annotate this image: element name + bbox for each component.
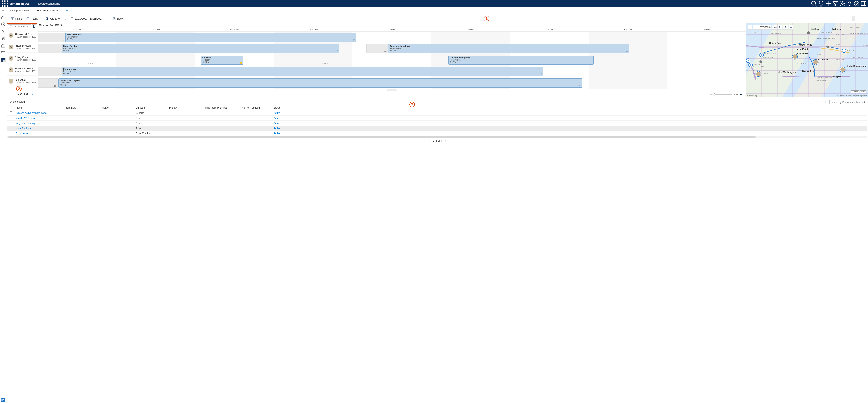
column-header[interactable]: Time To Promised xyxy=(239,106,272,109)
map-zoom-out-button[interactable] xyxy=(783,25,788,30)
select-all-checkbox[interactable] xyxy=(10,106,12,109)
map-prev-button[interactable] xyxy=(748,25,752,30)
rail-schedule-board-icon[interactable] xyxy=(1,58,5,62)
book-button[interactable]: Book xyxy=(111,16,125,21)
requirement-name-link[interactable]: Install HVAC sytem xyxy=(16,117,36,120)
layout-dropdown[interactable]: Gantt xyxy=(44,16,62,21)
map-avatar[interactable] xyxy=(840,67,845,72)
help-icon[interactable] xyxy=(846,0,852,7)
requirements-horizontal-scrollbar[interactable] xyxy=(7,136,867,138)
status-link[interactable]: Active xyxy=(274,122,280,125)
pager-next-button[interactable] xyxy=(444,140,446,142)
resource-item[interactable]: ACAshley Chinn(7h 28m booked)17% xyxy=(7,53,37,64)
more-button[interactable] xyxy=(126,16,128,21)
column-header[interactable]: From Date xyxy=(63,106,99,109)
resource-sort-button[interactable] xyxy=(32,25,36,29)
booking-card[interactable]: Move furnitureRequirement4h 22m xyxy=(65,33,356,42)
gantt-row[interactable]: ExpressRequirem3h 01m✊Replace refrigerat… xyxy=(38,54,746,66)
date-next-button[interactable] xyxy=(105,16,110,21)
requirement-name-link[interactable]: Express delivery spare parts xyxy=(16,112,46,114)
requirement-row[interactable]: Install HVAC sytem7 hrsActive xyxy=(7,116,867,121)
row-checkbox[interactable] xyxy=(10,132,12,134)
requirement-name-link[interactable]: Move furniture xyxy=(16,127,31,130)
pager-prev-button[interactable] xyxy=(11,93,14,96)
resource-search-input[interactable] xyxy=(8,25,31,29)
booking-card[interactable]: Move furnitureRequirement4h 15m xyxy=(62,44,339,53)
rail-home-icon[interactable] xyxy=(1,15,5,20)
toolbar-bell-icon[interactable] xyxy=(849,16,851,21)
gantt-row[interactable]: 16mInstall HVAC sytemRequirement7h 16m xyxy=(38,77,746,89)
status-link[interactable]: Active xyxy=(274,127,280,130)
panel-icon[interactable] xyxy=(861,0,867,7)
row-checkbox[interactable] xyxy=(10,112,12,114)
booking-card[interactable]: Replace refrigeratorRequirement4h 27m xyxy=(448,56,593,65)
search-icon[interactable] xyxy=(811,0,817,7)
gantt-row[interactable]: 19mMove furnitureRequirement4h 15m15mReg… xyxy=(38,43,746,54)
date-prev-button[interactable] xyxy=(63,16,68,21)
row-checkbox[interactable] xyxy=(10,122,12,124)
row-checkbox[interactable] xyxy=(10,117,12,119)
column-header[interactable]: To Date xyxy=(99,106,134,109)
rail-person-icon[interactable] xyxy=(1,29,5,34)
add-icon[interactable] xyxy=(825,0,831,7)
column-header[interactable]: Name xyxy=(14,106,63,109)
app-badge[interactable]: RS xyxy=(1,398,5,402)
gantt-horizontal-scrollbar[interactable] xyxy=(387,89,397,91)
map-zoom-in-button[interactable] xyxy=(778,25,782,30)
requirement-row[interactable]: Fix antenna6 hrs 30 minsActive xyxy=(7,131,867,136)
rail-people-icon[interactable] xyxy=(1,36,5,41)
view-tab[interactable]: Initial public view⋮ xyxy=(8,7,33,14)
status-link[interactable]: Active xyxy=(274,132,280,135)
requirement-name-link[interactable]: Regrease bearings xyxy=(16,122,36,125)
drag-handle-icon[interactable]: ⋮ xyxy=(59,9,61,12)
rail-toolbox-icon[interactable] xyxy=(1,43,5,48)
resource-item[interactable]: BKBob Kozak(7h 16m booked)16% xyxy=(7,75,37,87)
toolbar-expand-icon[interactable] xyxy=(859,16,862,21)
booking-card[interactable]: Regrease bearingsRequirement3h 15m xyxy=(388,44,629,53)
requirement-name-link[interactable]: Fix antenna xyxy=(16,132,28,135)
map-pin-3b[interactable]: 3 xyxy=(842,49,846,53)
gantt-row[interactable]: 22mMove furnitureRequirement4h 22m xyxy=(38,32,746,43)
filters-button[interactable]: Filters xyxy=(9,16,24,21)
status-link[interactable]: Active xyxy=(274,117,280,120)
filter-icon[interactable] xyxy=(832,0,838,7)
column-header[interactable]: Time From Promised xyxy=(204,106,239,109)
toolbar-person-icon[interactable] xyxy=(852,16,855,21)
add-view-button[interactable] xyxy=(64,9,70,12)
zoom-slider[interactable] xyxy=(710,94,732,95)
date-range-picker[interactable]: 10/19/2023 - 10/25/2023 xyxy=(69,16,104,21)
booking-card[interactable]: ExpressRequirem3h 01m✊ xyxy=(200,56,243,65)
refresh-icon[interactable] xyxy=(862,100,865,104)
map-avatar[interactable] xyxy=(756,71,761,76)
rail-list-icon[interactable] xyxy=(1,51,5,55)
column-header[interactable]: Status xyxy=(272,106,867,109)
map-view-button[interactable] xyxy=(788,25,793,30)
rail-recent-icon[interactable] xyxy=(1,22,5,27)
toolbar-refresh-icon[interactable] xyxy=(856,16,858,21)
booking-card[interactable]: Install HVAC sytemRequirement7h 16m xyxy=(58,79,582,88)
app-launcher-button[interactable] xyxy=(1,0,8,7)
pager-prev-button[interactable] xyxy=(428,140,430,142)
tab-unscheduled[interactable]: Unscheduled xyxy=(9,99,26,105)
gear-icon[interactable] xyxy=(839,0,845,7)
drag-handle-icon[interactable]: ⋮ xyxy=(30,9,32,12)
status-link[interactable]: Active xyxy=(274,112,280,114)
bulb-icon[interactable] xyxy=(818,0,824,7)
row-checkbox[interactable] xyxy=(10,127,12,129)
resource-item[interactable]: AMAbraham McCormick(4h 22m booked)10% xyxy=(7,30,37,41)
toolbar-overflow-icon[interactable] xyxy=(863,16,865,21)
resource-item[interactable]: ADAllison Dickson(7h 30m booked)17% xyxy=(7,41,37,53)
column-header[interactable]: Duration xyxy=(134,106,168,109)
view-tab[interactable]: Washington state⋮ xyxy=(35,7,62,14)
resource-item[interactable]: BFBernadette Foley(6h 49m booked)15% xyxy=(7,64,37,75)
assist-icon[interactable] xyxy=(854,0,860,7)
gantt-row[interactable]: 19mFix antennaRequirement6h 49m xyxy=(38,66,746,77)
toolbar-route-icon[interactable] xyxy=(845,16,847,21)
column-header[interactable]: Priority xyxy=(168,106,204,109)
booking-card[interactable]: Fix antennaRequirement6h 49m xyxy=(62,67,544,76)
map-panel[interactable]: 10/23/2023 KirklandRedmondYarrow PointHu… xyxy=(746,23,868,97)
requirement-search-input[interactable] xyxy=(829,100,861,104)
scale-dropdown[interactable]: Hourly xyxy=(25,16,43,21)
chevron-down-icon[interactable] xyxy=(740,93,743,96)
requirement-row[interactable]: Express delivery spare parts30 minsActiv… xyxy=(7,111,867,116)
